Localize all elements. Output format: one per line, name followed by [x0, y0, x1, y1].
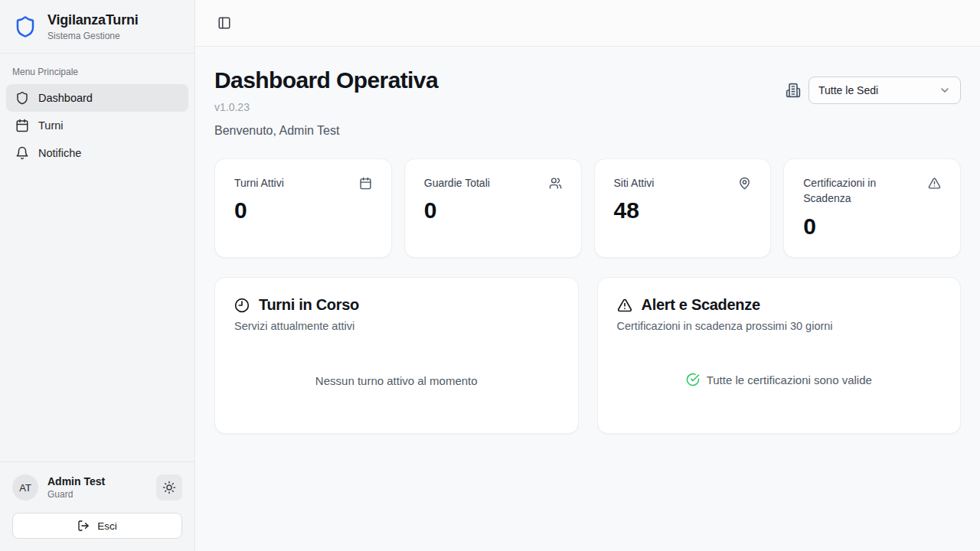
sidebar: VigilanzaTurni Sistema Gestione Menu Pri…: [0, 0, 195, 551]
sidebar-nav: Dashboard Turni Notifiche: [0, 84, 194, 167]
building-icon: [786, 83, 801, 98]
panels-grid: Turni in Corso Servizi attualmente attiv…: [214, 277, 961, 434]
app-tagline: Sistema Gestione: [47, 31, 139, 41]
panel-title: Alert e Scadenze: [642, 296, 760, 314]
panel-left-icon: [217, 16, 231, 30]
chevron-down-icon: [939, 84, 951, 96]
stats-grid: Turni Attivi 0 Guardie Totali: [214, 158, 961, 258]
user-name: Admin Test: [47, 475, 147, 487]
logout-label: Esci: [97, 520, 117, 532]
dashboard-content: Dashboard Operativa v1.0.23 Benvenuto, A…: [195, 47, 980, 551]
shield-icon: [15, 91, 29, 105]
welcome-message: Benvenuto, Admin Test: [214, 124, 438, 138]
sidebar-item-dashboard[interactable]: Dashboard: [6, 84, 188, 112]
stat-label: Certificazioni in Scadenza: [803, 175, 920, 207]
calendar-icon: [15, 119, 29, 132]
theme-toggle-button[interactable]: [156, 474, 182, 500]
users-icon: [549, 177, 562, 190]
sidebar-item-turni[interactable]: Turni: [6, 112, 188, 139]
alert-triangle-icon: [928, 177, 941, 190]
bell-icon: [15, 146, 29, 160]
user-role: Guard: [47, 489, 147, 500]
panel-title: Turni in Corso: [259, 296, 359, 314]
logout-button[interactable]: Esci: [12, 513, 182, 539]
topbar: [195, 0, 980, 47]
success-message: Tutte le certificazioni sono valide: [707, 373, 872, 386]
stat-label: Turni Attivi: [234, 175, 284, 191]
clock-icon: [234, 298, 250, 313]
sidebar-toggle-button[interactable]: [214, 13, 234, 33]
sidebar-item-label: Dashboard: [38, 92, 93, 104]
calendar-icon: [359, 177, 372, 190]
site-filter-controls: Tutte le Sedi: [786, 77, 961, 104]
app-title: VigilanzaTurni: [47, 12, 139, 28]
sidebar-item-label: Turni: [38, 119, 64, 132]
stat-card-certificazioni: Certificazioni in Scadenza 0: [783, 158, 961, 258]
user-profile: AT Admin Test Guard: [12, 474, 182, 500]
site-filter-value: Tutte le Sedi: [818, 84, 878, 96]
site-filter-dropdown[interactable]: Tutte le Sedi: [808, 77, 961, 104]
page-title: Dashboard Operativa: [214, 67, 438, 93]
page-header: Dashboard Operativa v1.0.23 Benvenuto, A…: [214, 67, 961, 138]
stat-value: 0: [803, 214, 941, 240]
panel-turni-in-corso: Turni in Corso Servizi attualmente attiv…: [214, 277, 579, 434]
app-version: v1.0.23: [214, 101, 438, 113]
sun-icon: [162, 481, 176, 494]
main-area: Dashboard Operativa v1.0.23 Benvenuto, A…: [195, 0, 980, 551]
stat-card-turni-attivi: Turni Attivi 0: [214, 158, 392, 258]
sidebar-section-label: Menu Principale: [12, 67, 182, 77]
stat-label: Siti Attivi: [614, 175, 655, 191]
stat-card-siti-attivi: Siti Attivi 48: [594, 158, 772, 258]
panel-subtitle: Certificazioni in scadenza prossimi 30 g…: [617, 320, 942, 332]
alert-triangle-icon: [617, 298, 632, 313]
check-circle-icon: [686, 373, 700, 386]
stat-value: 0: [424, 197, 562, 223]
sidebar-item-label: Notifiche: [38, 147, 81, 159]
avatar: AT: [12, 474, 38, 500]
sidebar-item-notifiche[interactable]: Notifiche: [6, 139, 188, 167]
app-brand: VigilanzaTurni Sistema Gestione: [0, 0, 194, 54]
stat-value: 48: [614, 197, 752, 223]
sidebar-footer: AT Admin Test Guard Esci: [0, 461, 194, 551]
panel-subtitle: Servizi attualmente attivi: [234, 320, 559, 332]
map-pin-icon: [738, 177, 751, 190]
empty-state-message: Nessun turno attivo al momento: [234, 374, 559, 387]
logout-icon: [77, 520, 90, 532]
shield-logo-icon: [14, 15, 37, 38]
stat-card-guardie-totali: Guardie Totali 0: [404, 158, 582, 258]
stat-label: Guardie Totali: [424, 175, 490, 191]
panel-alert-scadenze: Alert e Scadenze Certificazioni in scade…: [597, 277, 962, 434]
stat-value: 0: [234, 197, 372, 223]
